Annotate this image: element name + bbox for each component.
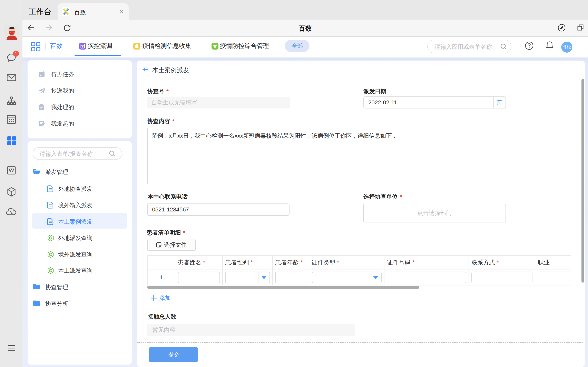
- svg-text:7: 7: [499, 102, 500, 105]
